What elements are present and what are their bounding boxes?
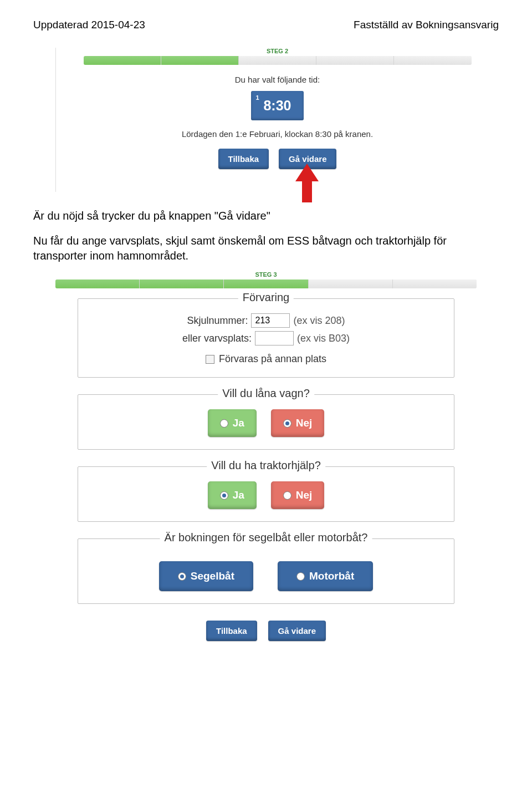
motorbat-label: Motorbåt — [309, 570, 354, 582]
annan-plats-checkbox[interactable] — [206, 355, 214, 364]
time-slot-badge: 1 — [255, 94, 259, 101]
selected-time-slot[interactable]: 1 8:30 — [251, 91, 303, 120]
skjul-label: Skjulnummer: — [187, 315, 248, 327]
storage-fieldset: Förvaring Skjulnummer: (ex vis 208) elle… — [78, 298, 454, 378]
chosen-time-text: Du har valt följande tid: — [84, 75, 472, 84]
wagon-yes-button[interactable]: Ja — [208, 409, 257, 437]
radio-icon — [283, 491, 291, 500]
wagon-yes-label: Ja — [233, 417, 244, 429]
tractor-no-label: Nej — [296, 489, 313, 501]
storage-legend: Förvaring — [238, 291, 294, 304]
step2-container: STEG 2 Du har valt följande tid: 1 8:30 … — [55, 48, 499, 192]
tractor-legend: Vill du ha traktorhjälp? — [207, 459, 325, 472]
header-left: Uppdaterad 2015-04-23 — [33, 19, 145, 31]
skjul-hint: (ex vis 208) — [293, 315, 345, 327]
red-arrow-icon — [294, 164, 320, 202]
instruction-text-2: Nu får du ange varvsplats, skjul samt ön… — [33, 233, 499, 263]
step3-label: STEG 3 — [55, 271, 477, 278]
step2-label: STEG 2 — [84, 48, 472, 54]
radio-icon — [178, 572, 186, 581]
skjul-input[interactable] — [251, 313, 290, 328]
time-slot-time: 8:30 — [263, 98, 291, 113]
segelbat-label: Segelbåt — [191, 570, 234, 582]
svg-marker-0 — [295, 164, 319, 202]
wagon-fieldset: Vill du låna vagn? Ja Nej — [78, 394, 454, 450]
step2-progress-bar — [84, 56, 472, 65]
step3-progress-bar — [55, 280, 477, 288]
page-header: Uppdaterad 2015-04-23 Fastställd av Bokn… — [33, 19, 499, 31]
wagon-legend: Vill du låna vagn? — [218, 387, 314, 400]
header-right: Fastställd av Bokningsansvarig — [354, 19, 499, 31]
wagon-no-button[interactable]: Nej — [271, 409, 325, 437]
wagon-no-label: Nej — [296, 417, 313, 429]
varv-label: eller varvsplats: — [182, 333, 252, 344]
back-button[interactable]: Tillbaka — [218, 149, 269, 169]
annan-plats-label: Förvaras på annan plats — [219, 353, 326, 365]
tractor-no-button[interactable]: Nej — [271, 481, 325, 509]
radio-icon — [220, 491, 228, 500]
tractor-yes-button[interactable]: Ja — [208, 481, 257, 509]
boat-fieldset: Är bokningen för segelbåt eller motorbåt… — [78, 538, 454, 604]
tractor-fieldset: Vill du ha traktorhjälp? Ja Nej — [78, 466, 454, 522]
boat-legend: Är bokningen för segelbåt eller motorbåt… — [160, 531, 372, 544]
radio-icon — [220, 419, 228, 428]
radio-icon — [296, 572, 305, 581]
segelbat-button[interactable]: Segelbåt — [159, 561, 253, 591]
tractor-yes-label: Ja — [233, 489, 244, 501]
instruction-text-1: Är du nöjd så trycker du på knappen "Gå … — [33, 209, 499, 223]
motorbat-button[interactable]: Motorbåt — [278, 561, 373, 591]
step3-next-button[interactable]: Gå vidare — [268, 621, 326, 641]
radio-icon — [283, 419, 291, 428]
selected-date-line: Lördagen den 1:e Februari, klockan 8:30 … — [84, 129, 472, 139]
varv-input[interactable] — [255, 331, 294, 345]
step3-back-button[interactable]: Tillbaka — [206, 621, 257, 641]
varv-hint: (ex vis B03) — [297, 333, 350, 344]
